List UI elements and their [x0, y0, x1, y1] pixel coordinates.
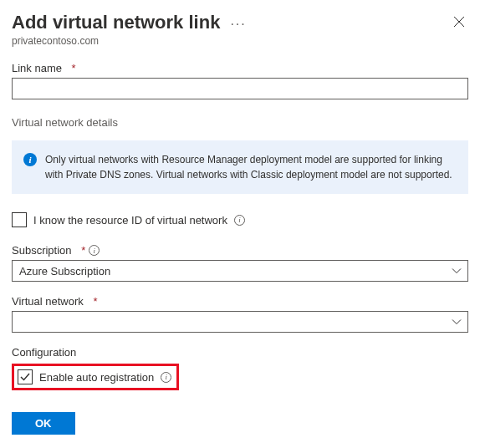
page-title: Add virtual network link [12, 12, 220, 33]
vnet-label: Virtual network * [12, 295, 468, 308]
link-name-label: Link name * [12, 62, 468, 74]
know-resource-id-checkbox[interactable] [12, 212, 27, 227]
know-resource-id-label: I know the resource ID of virtual networ… [33, 214, 227, 227]
page-subtitle: privatecontoso.com [12, 35, 247, 47]
link-name-input[interactable] [12, 78, 468, 99]
vnet-field: Virtual network * [12, 295, 468, 333]
info-text: Only virtual networks with Resource Mana… [45, 152, 457, 182]
ok-button[interactable]: OK [12, 412, 75, 435]
configuration-section-title: Configuration [12, 346, 468, 359]
link-name-field: Link name * [12, 62, 468, 99]
help-icon[interactable]: i [234, 215, 245, 226]
vnet-select[interactable] [12, 311, 468, 333]
check-icon [20, 372, 30, 382]
blade-header: Add virtual network link ··· privatecont… [12, 12, 468, 47]
close-icon[interactable] [450, 12, 468, 33]
auto-registration-highlight: Enable auto registration i [12, 364, 179, 390]
info-icon: i [23, 153, 37, 166]
auto-registration-checkbox[interactable] [18, 369, 33, 384]
auto-registration-label: Enable auto registration [39, 371, 154, 384]
info-message: i Only virtual networks with Resource Ma… [12, 140, 468, 194]
more-actions-icon[interactable]: ··· [230, 18, 246, 31]
help-icon[interactable]: i [89, 245, 100, 256]
header-left: Add virtual network link ··· privatecont… [12, 12, 247, 47]
know-resource-id-row: I know the resource ID of virtual networ… [12, 212, 468, 227]
help-icon[interactable]: i [161, 372, 171, 383]
vnet-details-section-title: Virtual network details [12, 116, 468, 129]
subscription-label: Subscription * i [12, 244, 468, 257]
subscription-field: Subscription * i Azure Subscription [12, 244, 468, 282]
subscription-select[interactable]: Azure Subscription [12, 260, 468, 282]
